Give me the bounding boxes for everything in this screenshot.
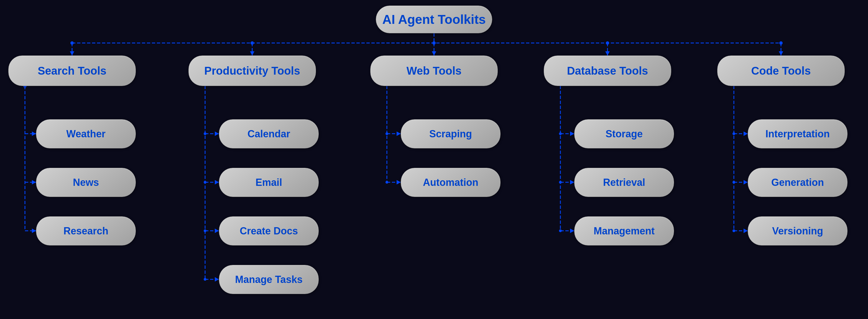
svg-point-50 [385,132,388,135]
leaf-news: News [36,168,136,197]
leaf-research: Research [36,216,136,245]
leaf-generation-label: Generation [771,177,824,188]
svg-marker-72 [744,229,748,233]
leaf-research-label: Research [63,225,108,237]
leaf-scraping: Scraping [401,119,500,148]
leaf-interpretation-label: Interpretation [766,128,830,140]
root-label: AI Agent Toolkits [382,12,486,27]
category-search: Search Tools [8,56,136,86]
category-web: Web Tools [370,56,498,86]
svg-marker-49 [397,180,401,184]
svg-point-41 [204,229,207,232]
svg-marker-56 [570,132,574,136]
svg-point-13 [70,41,74,45]
category-code: Code Tools [717,56,845,86]
leaf-storage-label: Storage [606,128,643,140]
svg-point-75 [733,229,735,232]
leaf-scraping-label: Scraping [429,128,472,140]
leaf-calendar: Calendar [219,119,319,148]
category-search-label: Search Tools [38,65,106,77]
svg-marker-70 [744,180,748,184]
svg-point-62 [559,181,562,184]
leaf-storage: Storage [574,119,674,148]
leaf-management-label: Management [594,225,655,237]
leaf-generation: Generation [748,168,847,197]
svg-marker-32 [215,132,219,136]
svg-marker-60 [570,229,574,233]
leaf-email: Email [219,168,319,197]
svg-point-16 [779,41,783,45]
leaf-news-label: News [73,177,99,188]
leaf-weather: Weather [36,119,136,148]
svg-point-51 [385,181,388,184]
svg-marker-47 [397,132,401,136]
root-node: AI Agent Toolkits [376,5,492,33]
svg-marker-68 [744,132,748,136]
svg-marker-38 [215,277,219,282]
category-database: Database Tools [544,56,671,86]
svg-point-14 [251,41,254,45]
category-web-label: Web Tools [407,65,462,77]
leaf-versioning-label: Versioning [772,225,823,237]
svg-point-15 [606,41,609,45]
connections-svg [0,0,868,319]
svg-marker-36 [215,229,219,233]
leaf-automation: Automation [401,168,500,197]
svg-point-63 [559,229,562,232]
leaf-automation-label: Automation [423,177,478,188]
category-productivity: Productivity Tools [188,56,316,86]
svg-point-74 [733,181,735,184]
svg-marker-58 [570,180,574,184]
svg-point-73 [733,132,735,135]
leaf-weather-label: Weather [66,128,105,140]
svg-point-12 [432,41,436,45]
svg-marker-21 [32,180,36,184]
svg-marker-2 [70,51,74,56]
svg-point-42 [204,278,207,281]
leaf-versioning: Versioning [748,216,847,245]
leaf-calendar-label: Calendar [247,128,290,140]
svg-point-39 [204,132,207,135]
svg-marker-34 [215,180,219,184]
leaf-retrieval-label: Retrieval [603,177,645,188]
diagram-container: AI Agent Toolkits Search Tools Productiv… [0,0,868,319]
svg-marker-6 [432,51,436,56]
svg-marker-19 [32,132,36,136]
leaf-interpretation: Interpretation [748,119,847,148]
leaf-retrieval: Retrieval [574,168,674,197]
svg-marker-8 [605,51,610,56]
leaf-createdocs-label: Create Docs [240,225,298,237]
svg-marker-10 [779,51,783,56]
leaf-createdocs: Create Docs [219,216,319,245]
leaf-managetasks-label: Manage Tasks [235,274,302,285]
svg-marker-4 [250,51,254,56]
svg-marker-23 [32,229,36,233]
category-productivity-label: Productivity Tools [204,65,300,77]
leaf-email-label: Email [255,177,282,188]
category-code-label: Code Tools [751,65,811,77]
svg-point-61 [559,132,562,135]
leaf-management: Management [574,216,674,245]
svg-point-40 [204,181,207,184]
category-database-label: Database Tools [567,65,648,77]
leaf-managetasks: Manage Tasks [219,265,319,294]
